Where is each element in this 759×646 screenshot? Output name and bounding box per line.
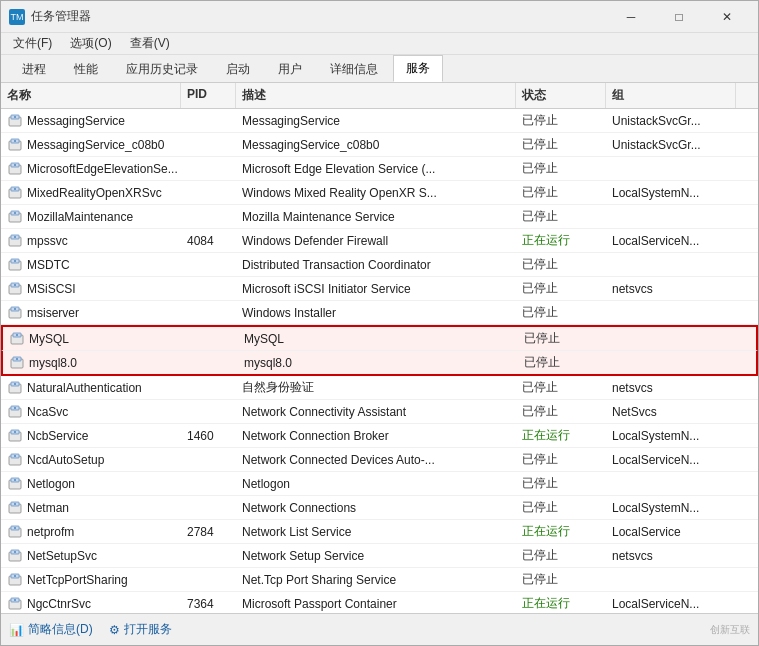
brief-info-icon: 📊 (9, 623, 24, 637)
cell-pid (181, 181, 236, 204)
table-row[interactable]: NcdAutoSetup Network Connected Devices A… (1, 448, 758, 472)
cell-name: NcaSvc (1, 400, 181, 423)
cell-pid (181, 277, 236, 300)
table-row[interactable]: NcbService 1460Network Connection Broker… (1, 424, 758, 448)
col-group[interactable]: 组 (606, 83, 736, 108)
svg-point-59 (14, 575, 16, 577)
minimize-button[interactable]: ─ (608, 1, 654, 33)
table-row[interactable]: MessagingService MessagingService已停止Unis… (1, 109, 758, 133)
svg-point-35 (14, 383, 16, 385)
col-name[interactable]: 名称 (1, 83, 181, 108)
cell-name: NcdAutoSetup (1, 448, 181, 471)
service-icon (7, 137, 23, 153)
cell-pid (181, 133, 236, 156)
service-icon (7, 404, 23, 420)
menu-file[interactable]: 文件(F) (5, 33, 60, 54)
table-row[interactable]: NaturalAuthentication 自然身份验证已停止netsvcs (1, 376, 758, 400)
table-row[interactable]: Netlogon Netlogon已停止 (1, 472, 758, 496)
title-controls: ─ □ ✕ (608, 1, 750, 33)
cell-desc: MySQL (238, 327, 518, 350)
table-row[interactable]: Netman Network Connections已停止LocalSystem… (1, 496, 758, 520)
cell-status: 正在运行 (516, 592, 606, 613)
cell-status: 正在运行 (516, 520, 606, 543)
menu-view[interactable]: 查看(V) (122, 33, 178, 54)
cell-status: 正在运行 (516, 229, 606, 252)
table-row[interactable]: netprofm 2784Network List Service正在运行Loc… (1, 520, 758, 544)
cell-status: 已停止 (516, 181, 606, 204)
table-row[interactable]: MicrosoftEdgeElevationSe... Microsoft Ed… (1, 157, 758, 181)
cell-group: netsvcs (606, 277, 736, 300)
cell-group (606, 205, 736, 228)
table-row[interactable]: mysql8.0 mysql8.0已停止 (1, 351, 758, 376)
cell-group (606, 472, 736, 495)
close-button[interactable]: ✕ (704, 1, 750, 33)
cell-status: 已停止 (516, 496, 606, 519)
open-service-link[interactable]: ⚙ 打开服务 (109, 621, 172, 638)
table-row[interactable]: MSiSCSI Microsoft iSCSI Initiator Servic… (1, 277, 758, 301)
table-row[interactable]: MessagingService_c08b0 MessagingService_… (1, 133, 758, 157)
cell-name: MicrosoftEdgeElevationSe... (1, 157, 181, 180)
cell-pid (181, 301, 236, 324)
table-row[interactable]: MixedRealityOpenXRSvc Windows Mixed Real… (1, 181, 758, 205)
cell-pid (181, 472, 236, 495)
cell-name: Netlogon (1, 472, 181, 495)
cell-desc: Distributed Transaction Coordinator (236, 253, 516, 276)
service-icon (9, 331, 25, 347)
svg-point-56 (14, 551, 16, 553)
maximize-button[interactable]: □ (656, 1, 702, 33)
tab-services[interactable]: 服务 (393, 55, 443, 82)
service-icon (7, 452, 23, 468)
cell-name: mpssvc (1, 229, 181, 252)
col-status[interactable]: 状态 (516, 83, 606, 108)
table-row[interactable]: MozillaMaintenance Mozilla Maintenance S… (1, 205, 758, 229)
svg-point-44 (14, 455, 16, 457)
cell-desc: Windows Installer (236, 301, 516, 324)
table-row[interactable]: NetTcpPortSharing Net.Tcp Port Sharing S… (1, 568, 758, 592)
cell-desc: Network Setup Service (236, 544, 516, 567)
table-row[interactable]: MSDTC Distributed Transaction Coordinato… (1, 253, 758, 277)
table-row[interactable]: NetSetupSvc Network Setup Service已停止nets… (1, 544, 758, 568)
brief-info-link[interactable]: 📊 简略信息(D) (9, 621, 93, 638)
cell-desc: mysql8.0 (238, 351, 518, 374)
service-icon (7, 305, 23, 321)
cell-group: netsvcs (606, 376, 736, 399)
tab-startup[interactable]: 启动 (213, 56, 263, 82)
tab-users[interactable]: 用户 (265, 56, 315, 82)
svg-point-17 (14, 236, 16, 238)
tab-performance[interactable]: 性能 (61, 56, 111, 82)
cell-status: 已停止 (516, 448, 606, 471)
cell-status: 已停止 (516, 376, 606, 399)
cell-name: NgcCtnrSvc (1, 592, 181, 613)
cell-pid: 2784 (181, 520, 236, 543)
table-row[interactable]: MySQL MySQL已停止 (1, 325, 758, 351)
table-row[interactable]: NgcCtnrSvc 7364Microsoft Passport Contai… (1, 592, 758, 613)
cell-desc: Network Connected Devices Auto-... (236, 448, 516, 471)
cell-group (606, 301, 736, 324)
col-scroll (736, 83, 752, 108)
cell-status: 已停止 (516, 400, 606, 423)
svg-point-29 (16, 334, 18, 336)
service-icon (7, 281, 23, 297)
cell-group: LocalServiceN... (606, 592, 736, 613)
svg-point-53 (14, 527, 16, 529)
tab-app-history[interactable]: 应用历史记录 (113, 56, 211, 82)
col-pid[interactable]: PID (181, 83, 236, 108)
cell-desc: Net.Tcp Port Sharing Service (236, 568, 516, 591)
title-bar: TM 任务管理器 ─ □ ✕ (1, 1, 758, 33)
brief-info-label: 简略信息(D) (28, 621, 93, 638)
table-row[interactable]: NcaSvc Network Connectivity Assistant已停止… (1, 400, 758, 424)
svg-point-32 (16, 358, 18, 360)
menu-options[interactable]: 选项(O) (62, 33, 119, 54)
title-bar-left: TM 任务管理器 (9, 8, 91, 25)
tab-details[interactable]: 详细信息 (317, 56, 391, 82)
cell-desc: Network Connections (236, 496, 516, 519)
cell-status: 已停止 (516, 109, 606, 132)
cell-desc: Netlogon (236, 472, 516, 495)
cell-desc: Microsoft Edge Elevation Service (... (236, 157, 516, 180)
cell-desc: Network Connection Broker (236, 424, 516, 447)
svg-point-23 (14, 284, 16, 286)
table-row[interactable]: mpssvc 4084Windows Defender Firewall正在运行… (1, 229, 758, 253)
tab-process[interactable]: 进程 (9, 56, 59, 82)
col-desc[interactable]: 描述 (236, 83, 516, 108)
table-row[interactable]: msiserver Windows Installer已停止 (1, 301, 758, 325)
